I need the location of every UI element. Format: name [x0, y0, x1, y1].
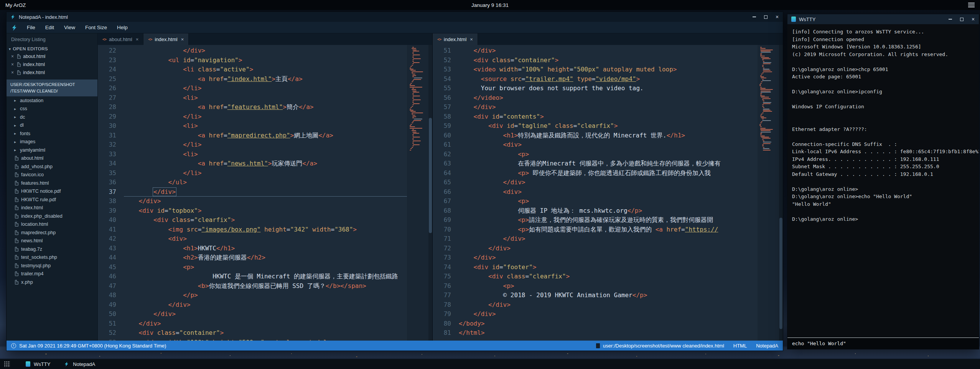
close-tab-icon[interactable]: × — [181, 36, 184, 42]
terminal-output[interactable]: [info] Connecting to arozos WsTTY servic… — [787, 24, 979, 338]
minimap-line — [412, 122, 413, 123]
file-label: add_vhost.php — [21, 164, 53, 169]
line-number: 51 — [98, 319, 116, 329]
minimap-line — [413, 58, 421, 59]
tab-index.html[interactable]: <>index.html× — [433, 33, 478, 45]
minimap[interactable] — [758, 45, 779, 341]
folder-item-images[interactable]: ▸images — [7, 138, 97, 146]
code-line: 在香港的Minecraft 伺服器中，多為小遊戲和純生存的伺服器，較少擁有 — [459, 159, 758, 169]
minimap-line — [763, 141, 764, 141]
wstty-titlebar[interactable]: WsTTY × — [787, 14, 979, 24]
close-icon[interactable]: × — [11, 62, 15, 67]
folder-item-yamlyamlml[interactable]: ▸yamlyamlml — [7, 146, 97, 154]
line-number-gutter: 5152535455565758596061626364656667686970… — [433, 45, 456, 341]
menu-item-font-size[interactable]: Font Size — [80, 22, 112, 33]
file-item-HKWTC notice.pdf[interactable]: HKWTC notice.pdf — [7, 187, 97, 196]
minimap-line — [413, 51, 419, 51]
line-number: 48 — [98, 291, 116, 300]
minimap-line — [410, 110, 413, 111]
open-editor-item[interactable]: ×index.html — [7, 60, 97, 68]
file-item-location.html[interactable]: location.html — [7, 220, 97, 229]
file-item-features.html[interactable]: features.html — [7, 179, 97, 187]
terminal-line: Active code page: 65001 — [792, 73, 974, 81]
minimap-line — [760, 128, 766, 129]
folder-item-fonts[interactable]: ▸fonts — [7, 129, 97, 138]
taskbar-item-notepada[interactable]: NotepadA — [58, 359, 101, 369]
scrollbar-thumb[interactable] — [429, 118, 432, 233]
menu-item-file[interactable]: File — [22, 22, 40, 33]
close-icon[interactable]: × — [11, 54, 15, 59]
open-editors-header[interactable]: ▾ OPEN EDITORS — [7, 45, 97, 52]
terminal-input[interactable] — [787, 338, 979, 349]
file-item-x.php[interactable]: x.php — [7, 278, 97, 286]
folder-item-css[interactable]: ▸css — [7, 105, 97, 113]
minimap-line — [760, 116, 764, 117]
apps-grid-icon[interactable] — [4, 361, 10, 367]
line-number: 71 — [433, 234, 451, 244]
file-item-HKWTC rule.pdf[interactable]: HKWTC rule.pdf — [7, 195, 97, 204]
notepada-titlebar[interactable]: NotepadA - index.html × — [7, 12, 783, 22]
maximize-button[interactable] — [956, 14, 967, 24]
scrollbar-thumb[interactable] — [779, 218, 782, 329]
folder-item-dc[interactable]: ▸dc — [7, 113, 97, 121]
minimize-button[interactable] — [944, 14, 956, 24]
minimap-line — [412, 93, 414, 94]
menu-item-help[interactable]: Help — [112, 22, 133, 33]
code-line: </div> — [124, 197, 407, 206]
terminal-line: Link-local IPv6 Address . . . . . : fe80… — [792, 148, 974, 156]
code-line: HKWTC 是一個 Minecraft 的建築伺服器，主要建築計劃包括鐵路 — [124, 272, 407, 281]
minimap[interactable] — [407, 45, 428, 341]
minimap-line — [412, 57, 414, 58]
code-line: <img src="images/box.png" height="342" w… — [124, 225, 407, 235]
taskbar-item-wstty[interactable]: WsTTY — [20, 359, 56, 369]
code-editor[interactable]: </div> <ul id="navigation"> <li class="a… — [122, 45, 407, 341]
file-item-trailer.mp4[interactable]: trailer.mp4 — [7, 270, 97, 278]
file-item-testmysql.php[interactable]: testmysql.php — [7, 261, 97, 270]
menu-item-edit[interactable]: Edit — [40, 22, 59, 33]
file-item-index.php_disabled[interactable]: index.php_disabled — [7, 212, 97, 220]
tab-index.html[interactable]: <>index.html× — [143, 33, 189, 45]
minimize-button[interactable] — [748, 12, 760, 22]
minimap-line — [760, 83, 762, 84]
vertical-scrollbar[interactable] — [779, 45, 783, 341]
file-item-teabag.7z[interactable]: teabag.7z — [7, 245, 97, 253]
code-line: <div> — [459, 187, 758, 197]
minimap-line — [414, 119, 422, 119]
file-item-mapredirect.php[interactable]: mapredirect.php — [7, 228, 97, 237]
minimap-line — [763, 69, 769, 69]
terminal-line: Default Gateway . . . . . . . . . : 192.… — [792, 170, 974, 178]
minimap-line — [761, 117, 766, 118]
folder-item-dl[interactable]: ▸dl — [7, 121, 97, 130]
code-line: </div> — [124, 46, 407, 56]
tab-label: about.html — [109, 36, 132, 42]
minimap-line — [762, 99, 764, 100]
code-line: <b>你知道我們全線伺服器已轉用 SSD 了嗎？</b></span> — [124, 281, 407, 291]
close-tab-icon[interactable]: × — [136, 36, 139, 42]
maximize-button[interactable] — [760, 12, 771, 22]
folder-item-autostation[interactable]: ▸autostation — [7, 96, 97, 105]
menu-item-view[interactable]: View — [59, 22, 80, 33]
file-item-add_vhost.php[interactable]: add_vhost.php — [7, 162, 97, 171]
file-item-index.html[interactable]: index.html — [7, 204, 97, 212]
minimap-line — [763, 62, 771, 63]
line-number: 43 — [98, 244, 116, 253]
workspace-root-label[interactable]: USER:/DESKTOP/SCREENSHOT /TEST/WWW CLEAN… — [7, 79, 97, 96]
vertical-scrollbar[interactable] — [428, 45, 432, 341]
file-item-news.html[interactable]: news.html — [7, 237, 97, 245]
file-item-test_sockets.php[interactable]: test_sockets.php — [7, 253, 97, 262]
minimap-line — [763, 102, 771, 103]
tab-about.html[interactable]: <>about.html× — [98, 33, 143, 45]
file-label: features.html — [21, 180, 49, 186]
close-tab-icon[interactable]: × — [470, 36, 473, 42]
minimap-line — [413, 62, 420, 63]
open-editor-item[interactable]: ×index.html — [7, 68, 97, 76]
open-editor-item[interactable]: ×about.html — [7, 52, 97, 60]
minimap-line — [412, 89, 416, 90]
close-icon[interactable]: × — [11, 70, 15, 75]
close-button[interactable]: × — [771, 12, 783, 22]
code-editor[interactable]: </div> <div class="container"> <video wi… — [456, 45, 758, 341]
hamburger-menu-icon[interactable] — [968, 3, 975, 7]
file-item-about.html[interactable]: about.html — [7, 154, 97, 163]
file-item-favicon.ico[interactable]: favicon.ico — [7, 171, 97, 179]
close-button[interactable]: × — [967, 14, 979, 24]
